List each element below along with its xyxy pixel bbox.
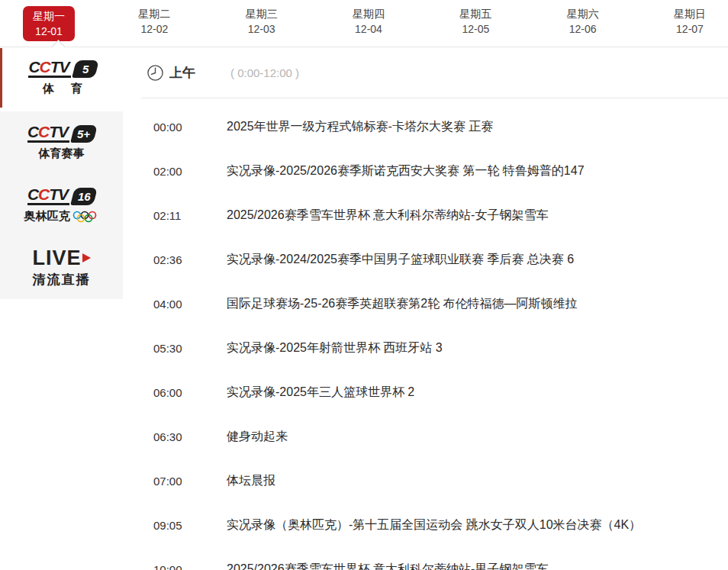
program-row[interactable]: 09:05 实况录像（奥林匹克）-第十五届全国运动会 跳水女子双人10米台决赛（… (141, 503, 728, 547)
sidebar-item-cctv5[interactable]: CCTV 5 体 育 (0, 48, 123, 108)
program-title: 实况录像-2025/2026赛季斯诺克西安大奖赛 第一轮 特鲁姆普的147 (227, 163, 585, 179)
program-time: 02:00 (153, 165, 214, 178)
tab-thursday[interactable]: 星期四 12-04 (341, 6, 396, 47)
live-logo: LIVE (32, 248, 90, 268)
program-row[interactable]: 05:30 实况录像-2025年射箭世界杯 西班牙站 3 (141, 326, 728, 370)
program-time: 00:00 (153, 121, 214, 134)
cctv5plus-logo: CCTV 5+ (27, 124, 95, 143)
clock-icon (147, 64, 164, 82)
sidebar-item-cctv5plus[interactable]: CCTV 5+ 体育赛事 (0, 111, 123, 174)
tab-date: 12-07 (662, 21, 717, 37)
program-time: 06:00 (153, 386, 214, 399)
sidebar-item-cctv16[interactable]: CCTV 16 奥林匹克 (0, 174, 123, 237)
tab-weekday: 星期六 (556, 6, 610, 21)
program-row[interactable]: 06:30 健身动起来 (141, 414, 728, 459)
program-title: 实况录像-2024/2025赛季中国男子篮球职业联赛 季后赛 总决赛 6 (227, 252, 574, 268)
date-tabbar: 星期一 12-01 星期二 12-02 星期三 12-03 星期四 12-04 … (0, 0, 728, 47)
cctv5-logo: CCTV 5 (28, 60, 96, 78)
program-title: 实况录像（奥林匹克）-第十五届全国运动会 跳水女子双人10米台决赛（4K） (227, 517, 641, 533)
tab-sunday[interactable]: 星期日 12-07 (662, 6, 717, 47)
tab-friday[interactable]: 星期五 12-05 (448, 6, 503, 47)
program-time: 07:00 (153, 475, 214, 488)
program-row[interactable]: 02:00 实况录像-2025/2026赛季斯诺克西安大奖赛 第一轮 特鲁姆普的… (141, 149, 728, 193)
period-label: 上午 (169, 64, 195, 82)
tab-weekday: 星期四 (341, 6, 396, 21)
cctv5-badge: 5 (72, 60, 99, 78)
tab-date: 12-03 (234, 21, 289, 37)
program-title: 体坛晨报 (227, 473, 275, 489)
period-header: 上午 ( 0:00-12:00 ) (141, 47, 728, 98)
program-time: 05:30 (153, 342, 214, 355)
program-list: 00:00 2025年世界一级方程式锦标赛-卡塔尔大奖赛 正赛 02:00 实况… (141, 98, 728, 570)
tab-weekday: 星期日 (662, 6, 717, 21)
tab-monday[interactable]: 星期一 12-01 (23, 6, 75, 47)
program-title: 健身动起来 (227, 429, 288, 445)
schedule-panel: 上午 ( 0:00-12:00 ) 00:00 2025年世界一级方程式锦标赛-… (141, 47, 728, 570)
tab-tuesday[interactable]: 星期二 12-02 (127, 6, 182, 47)
program-row[interactable]: 02:36 实况录像-2024/2025赛季中国男子篮球职业联赛 季后赛 总决赛… (141, 237, 728, 282)
active-tab-pill: 星期一 12-01 (23, 6, 75, 41)
program-row[interactable]: 06:00 实况录像-2025年三人篮球世界杯 2 (141, 370, 728, 414)
channel-subtitle: 体育赛事 (39, 147, 85, 161)
channel-subtitle: 体 育 (43, 82, 89, 96)
program-title: 实况录像-2025年射箭世界杯 西班牙站 3 (227, 340, 443, 356)
program-time: 10:00 (153, 563, 214, 570)
tab-saturday[interactable]: 星期六 12-06 (556, 6, 610, 47)
period-time-range: ( 0:00-12:00 ) (230, 66, 299, 79)
channel-subtitle: 清流直播 (33, 271, 91, 288)
tab-date: 12-06 (556, 21, 610, 37)
program-row[interactable]: 02:11 2025/2026赛季雪车世界杯 意大利科尔蒂纳站-女子钢架雪车 (141, 193, 728, 237)
cctv5plus-badge: 5+ (70, 125, 98, 143)
program-title: 实况录像-2025年三人篮球世界杯 2 (227, 385, 414, 401)
tab-weekday: 星期三 (234, 6, 289, 21)
tab-date: 12-05 (448, 21, 503, 37)
program-row[interactable]: 10:00 2025/2026赛季雪车世界杯 意大利科尔蒂纳站-男子钢架雪车 (141, 547, 728, 570)
tab-date: 12-02 (127, 21, 182, 37)
sidebar-item-live[interactable]: LIVE 清流直播 (0, 237, 123, 299)
olympic-rings-icon (72, 211, 99, 223)
cctv16-badge: 16 (70, 188, 98, 205)
program-time: 04:00 (153, 298, 214, 311)
program-title: 2025/2026赛季雪车世界杯 意大利科尔蒂纳站-男子钢架雪车 (227, 562, 548, 570)
program-time: 02:36 (153, 253, 214, 266)
tab-date: 12-04 (341, 21, 396, 37)
program-title: 2025/2026赛季雪车世界杯 意大利科尔蒂纳站-女子钢架雪车 (227, 208, 548, 224)
program-title: 2025年世界一级方程式锦标赛-卡塔尔大奖赛 正赛 (227, 119, 493, 135)
program-title: 国际足球赛场-25-26赛季英超联赛第2轮 布伦特福德—阿斯顿维拉 (227, 296, 578, 312)
tab-weekday: 星期一 (33, 8, 65, 24)
program-time: 09:05 (153, 519, 214, 532)
program-row[interactable]: 00:00 2025年世界一级方程式锦标赛-卡塔尔大奖赛 正赛 (141, 105, 728, 149)
channel-sidebar: CCTV 5 体 育 CCTV 5+ 体育赛事 CCTV 16 奥林匹克 (0, 48, 123, 299)
program-row[interactable]: 07:00 体坛晨报 (141, 459, 728, 503)
tab-weekday: 星期二 (127, 6, 182, 21)
program-row[interactable]: 04:00 国际足球赛场-25-26赛季英超联赛第2轮 布伦特福德—阿斯顿维拉 (141, 282, 728, 326)
play-icon (82, 253, 91, 262)
channel-subtitle: 奥林匹克 (24, 209, 99, 224)
cctv16-logo: CCTV 16 (27, 187, 95, 205)
program-time: 02:11 (153, 209, 214, 222)
program-time: 06:30 (153, 430, 214, 443)
tab-wednesday[interactable]: 星期三 12-03 (234, 6, 289, 47)
tab-weekday: 星期五 (448, 6, 503, 21)
tab-date: 12-01 (33, 24, 65, 39)
